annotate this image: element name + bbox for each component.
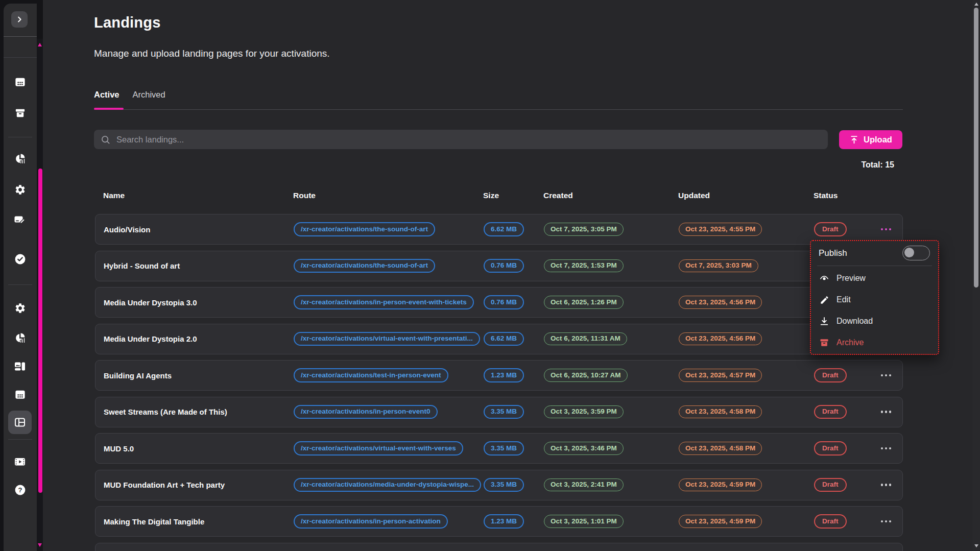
archive-box-icon: [14, 107, 26, 119]
size-badge: 3.35 MB: [484, 441, 524, 456]
upload-button[interactable]: Upload: [839, 130, 902, 149]
gear-icon: [14, 302, 26, 314]
route-badge: /xr-creator/activations/test-in-person-e…: [294, 368, 448, 382]
sidebar-item-analytics-2[interactable]: [11, 329, 29, 347]
route-badge: /xr-creator/activations/virtual-event-wi…: [294, 441, 463, 456]
row-actions-button[interactable]: [880, 444, 893, 453]
check-circle-icon: [14, 253, 27, 266]
menu-item-preview[interactable]: Preview: [811, 268, 938, 289]
sidebar-item-settings-2[interactable]: [11, 299, 29, 317]
menu-publish-row: Publish: [811, 241, 938, 265]
page-scrollbar-track[interactable]: [972, 0, 980, 551]
calendar-grid-icon: [14, 389, 26, 400]
landing-name: MUD 5.0: [104, 444, 294, 453]
sidebar-item-check[interactable]: [11, 250, 29, 268]
table-row: Sweet Streams (Are Made of This) /xr-cre…: [95, 397, 903, 427]
sidebar-item-analytics[interactable]: [11, 150, 29, 168]
updated-badge: Oct 23, 2025, 4:58 PM: [679, 442, 762, 455]
menu-item-download[interactable]: Download: [811, 310, 938, 332]
sidebar-item-card-edit[interactable]: [11, 210, 29, 229]
sidebar-scrollbar-thumb[interactable]: [38, 169, 42, 493]
updated-badge: Oct 23, 2025, 4:56 PM: [679, 332, 762, 346]
menu-item-archive[interactable]: Archive: [811, 332, 938, 353]
sidebar-item-calendar[interactable]: [11, 73, 29, 91]
created-badge: Oct 6, 2025, 11:31 AM: [544, 332, 627, 346]
size-badge: 1.23 MB: [484, 514, 524, 529]
sidebar-item-videos[interactable]: [11, 452, 29, 471]
upload-arrow-icon: [849, 135, 859, 145]
row-actions-button[interactable]: [880, 481, 893, 489]
sidebar-item-media[interactable]: [11, 357, 29, 375]
route-badge: /xr-creator/activations/media-under-dyst…: [294, 478, 481, 492]
sidebar-item-calendar-2[interactable]: [11, 385, 29, 403]
pie-chart-icon: [14, 332, 26, 344]
created-badge: Oct 3, 2025, 3:46 PM: [544, 442, 624, 455]
size-badge: 3.35 MB: [484, 405, 524, 419]
table-row: MUD Foundation Art + Tech party /xr-crea…: [95, 470, 903, 500]
size-badge: 6.62 MB: [484, 332, 524, 346]
media-gallery-icon: [14, 360, 26, 372]
created-badge: Oct 7, 2025, 1:53 PM: [544, 259, 624, 273]
size-badge: 1.23 MB: [484, 368, 524, 382]
route-badge: /xr-creator/activations/virtual-event-wi…: [294, 332, 480, 346]
archive-box-icon: [819, 338, 829, 348]
updated-badge: Oct 23, 2025, 4:59 PM: [679, 515, 762, 528]
sidebar-item-archive[interactable]: [11, 104, 29, 122]
status-badge: Draft: [814, 441, 847, 456]
column-header-route: Route: [293, 191, 483, 200]
table-row: Hybrid - Sound of art /xr-creator/activa…: [95, 251, 903, 281]
publish-toggle[interactable]: [902, 246, 930, 260]
sidebar-item-help[interactable]: ?: [11, 481, 29, 499]
updated-badge: Oct 23, 2025, 4:55 PM: [679, 223, 762, 236]
row-actions-button[interactable]: [880, 371, 893, 380]
sidebar-scroll-up-arrow-icon[interactable]: [38, 43, 42, 46]
status-badge: Draft: [814, 514, 847, 529]
svg-text:?: ?: [18, 486, 22, 493]
toggle-knob: [904, 248, 914, 257]
landing-name: Hybrid - Sound of art: [104, 261, 294, 270]
column-header-name: Name: [103, 191, 293, 200]
tab-archived[interactable]: Archived: [133, 90, 165, 100]
tab-bar: Active Archived: [94, 90, 165, 100]
pencil-icon: [819, 295, 829, 305]
route-badge: /xr-creator/activations/in-person-event0: [294, 405, 438, 419]
row-actions-button[interactable]: [880, 408, 893, 416]
row-context-menu: Publish Preview Edit Download: [810, 240, 939, 355]
menu-item-edit[interactable]: Edit: [811, 289, 938, 310]
created-badge: Oct 3, 2025, 3:59 PM: [544, 405, 624, 419]
column-header-updated: Updated: [678, 191, 814, 200]
sidebar-scroll-down-arrow-icon[interactable]: [38, 543, 42, 547]
sidebar-divider: [4, 36, 37, 37]
page-subtitle: Manage and upload landing pages for your…: [94, 48, 330, 59]
row-actions-button[interactable]: [880, 517, 893, 526]
status-badge: Draft: [814, 478, 847, 492]
sidebar-expand-button[interactable]: [11, 11, 28, 28]
download-icon: [819, 316, 829, 326]
publish-label: Publish: [819, 248, 847, 258]
row-actions-button[interactable]: [880, 225, 893, 234]
layout-panels-icon: [14, 416, 26, 428]
film-icon: [14, 456, 26, 468]
sidebar-item-landings[interactable]: [8, 411, 32, 434]
status-badge: Draft: [814, 368, 847, 382]
created-badge: Oct 6, 2025, 10:27 AM: [544, 369, 628, 382]
page-scroll-down-arrow-icon[interactable]: [974, 544, 978, 547]
landing-name: Building AI Agents: [104, 371, 294, 380]
sidebar-item-settings[interactable]: [11, 180, 29, 199]
table-row: Media Under Dystopia 3.0 /xr-creator/act…: [95, 287, 903, 318]
tab-active[interactable]: Active: [94, 90, 119, 100]
updated-badge: Oct 23, 2025, 4:57 PM: [679, 369, 762, 382]
created-badge: Oct 6, 2025, 1:26 PM: [544, 296, 624, 309]
table-row-partial: [95, 543, 903, 551]
search-input[interactable]: [115, 134, 822, 145]
page-scrollbar-thumb[interactable]: [974, 8, 978, 288]
chevron-right-icon: [15, 15, 24, 24]
table-header: Name Route Size Created Updated Status: [95, 191, 903, 200]
route-badge: /xr-creator/activations/in-person-event-…: [294, 295, 474, 309]
route-badge: /xr-creator/activations/the-sound-of-art: [294, 222, 435, 236]
page-scroll-up-arrow-icon[interactable]: [974, 3, 978, 6]
landing-name: Audio/Vision: [104, 225, 294, 234]
menu-item-label: Preview: [836, 274, 866, 283]
table-row: Making The Digital Tangible /xr-creator/…: [95, 506, 903, 537]
calendar-grid-icon: [14, 76, 26, 88]
